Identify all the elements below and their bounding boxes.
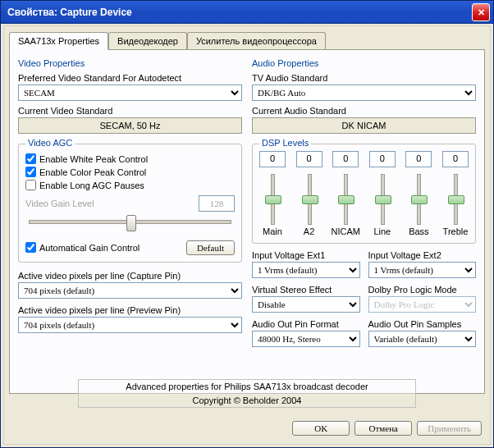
dsp-bass: 0Bass (405, 151, 432, 236)
input-voltage-ext1-select[interactable]: 1 Vrms (default) (252, 262, 360, 278)
dsp-nicam: 0NICAM (332, 151, 359, 236)
video-properties-column: Video Properties Preferred Video Standar… (18, 58, 242, 385)
dialog-button-bar: OK Отмена Применить (292, 421, 482, 436)
current-video-standard-label: Current Video Standard (18, 106, 242, 116)
dsp-a2: 0A2 (296, 151, 322, 236)
apply-button[interactable]: Применить (417, 421, 482, 436)
slider-thumb[interactable] (126, 215, 136, 231)
dsp-line-value: 0 (369, 151, 396, 167)
ok-button[interactable]: OK (292, 421, 350, 436)
dsp-levels-legend: DSP Levels (259, 138, 311, 148)
dsp-main: 0Main (259, 151, 286, 236)
audio-out-samples-select[interactable]: Variable (default) (368, 331, 477, 347)
video-agc-group: Video AGC Enable White Peak Control Enab… (18, 144, 242, 263)
long-agc-pauses-input[interactable] (25, 180, 36, 190)
audio-out-format-label: Audio Out Pin Format (252, 319, 360, 329)
audio-properties-column: Audio Properties TV Audio Standard DK/BG… (252, 58, 476, 385)
dsp-treble-slider[interactable] (446, 172, 464, 225)
tab-videoproc-amp[interactable]: Усилитель видеопроцессора (187, 32, 326, 50)
long-agc-pauses-checkbox[interactable]: Enable Long AGC Pauses (25, 180, 235, 190)
dsp-nicam-label: NICAM (331, 226, 359, 236)
tv-audio-standard-label: TV Audio Standard (252, 73, 476, 83)
dsp-treble-label: Treble (443, 226, 469, 236)
video-agc-legend: Video AGC (25, 138, 75, 148)
dsp-bass-label: Bass (409, 226, 428, 236)
close-icon[interactable]: ✕ (472, 3, 490, 21)
dsp-nicam-value: 0 (332, 151, 359, 167)
current-video-standard-value: SECAM, 50 Hz (18, 117, 242, 134)
capture-pin-select[interactable]: 704 pixels (default) (18, 282, 242, 299)
client-area: SAA713x Properties Видеодекодер Усилител… (3, 25, 491, 445)
footer-line2: Copyright © Beholder 2004 (78, 394, 416, 408)
dsp-line-slider[interactable] (373, 172, 391, 225)
dsp-a2-slider[interactable] (300, 172, 318, 225)
dsp-main-slider[interactable] (263, 172, 281, 225)
color-peak-input[interactable] (25, 167, 36, 177)
audio-properties-title: Audio Properties (252, 58, 476, 68)
footer-info: Advanced properties for Philips SAA713x … (4, 379, 490, 408)
preferred-video-standard-select[interactable]: SECAM (18, 85, 242, 101)
dsp-line-label: Line (373, 226, 391, 236)
dsp-treble: 0Treble (442, 151, 469, 236)
video-gain-slider[interactable] (25, 212, 235, 231)
preferred-video-standard-label: Preferred Video Standard For Autodetect (18, 73, 242, 83)
properties-dialog: Свойства: Capture Device ✕ SAA713x Prope… (0, 0, 494, 448)
video-gain-value (199, 195, 235, 212)
dsp-a2-value: 0 (296, 151, 322, 167)
dsp-bass-value: 0 (405, 151, 432, 167)
auto-gain-input[interactable] (25, 242, 36, 253)
input-voltage-ext1-label: Input Voltage Ext1 (252, 250, 360, 260)
cancel-button[interactable]: Отмена (354, 421, 412, 436)
dsp-sliders-row: 0Main0A20NICAM0Line0Bass0Treble (259, 151, 469, 236)
video-gain-label: Video Gain Level (25, 199, 199, 208)
virtual-stereo-label: Virtual Stereo Effect (252, 285, 360, 295)
dsp-treble-value: 0 (442, 151, 469, 167)
dsp-a2-label: A2 (304, 226, 314, 236)
virtual-stereo-select[interactable]: Disable (252, 296, 360, 313)
dsp-line: 0Line (369, 151, 396, 236)
tabstrip: SAA713x Properties Видеодекодер Усилител… (4, 26, 490, 49)
current-audio-standard-label: Current Audio Standard (252, 106, 476, 116)
titlebar[interactable]: Свойства: Capture Device ✕ (1, 1, 493, 24)
tv-audio-standard-select[interactable]: DK/BG Auto (252, 85, 476, 101)
video-properties-title: Video Properties (18, 58, 242, 68)
white-peak-checkbox[interactable]: Enable White Peak Control (25, 153, 235, 164)
dsp-bass-slider[interactable] (409, 172, 428, 225)
dsp-nicam-slider[interactable] (336, 172, 354, 225)
preview-pin-select[interactable]: 704 pixels (default) (18, 317, 242, 333)
input-voltage-ext2-label: Input Voltage Ext2 (368, 250, 477, 260)
audio-out-format-select[interactable]: 48000 Hz, Stereo (252, 331, 360, 347)
capture-pin-label: Active video pixels per line (Capture Pi… (18, 271, 242, 281)
input-voltage-ext2-select[interactable]: 1 Vrms (default) (368, 262, 477, 278)
tab-panel: Video Properties Preferred Video Standar… (9, 49, 485, 394)
dsp-main-value: 0 (259, 151, 286, 167)
dsp-main-label: Main (263, 226, 282, 236)
dsp-levels-group: DSP Levels 0Main0A20NICAM0Line0Bass0Treb… (252, 144, 476, 244)
auto-gain-checkbox[interactable]: Automatical Gain Control (25, 242, 186, 253)
footer-line1: Advanced properties for Philips SAA713x … (78, 379, 416, 394)
dolby-label: Dolby Pro Logic Mode (368, 285, 477, 295)
color-peak-checkbox[interactable]: Enable Color Peak Control (25, 167, 235, 177)
current-audio-standard-value: DK NICAM (252, 117, 476, 134)
white-peak-input[interactable] (25, 153, 36, 164)
window-title: Свойства: Capture Device (7, 7, 472, 18)
audio-out-samples-label: Audio Out Pin Samples (368, 319, 477, 329)
dolby-select: Dolby Pro Logic (368, 296, 477, 313)
tab-videodecoder[interactable]: Видеодекодер (108, 32, 187, 50)
agc-default-button[interactable]: Default (186, 240, 235, 255)
preview-pin-label: Active video pixels per line (Preview Pi… (18, 305, 242, 315)
tab-saa713x[interactable]: SAA713x Properties (9, 32, 108, 50)
